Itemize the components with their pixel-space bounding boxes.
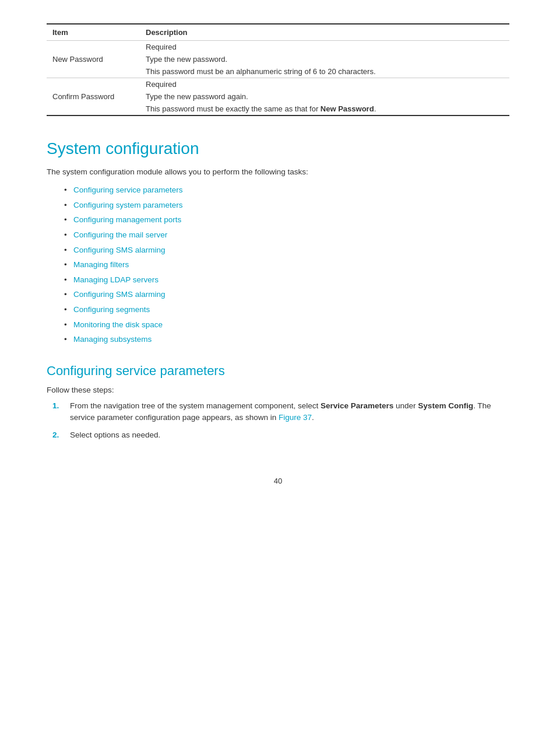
link-configuring-sms-alarming-1[interactable]: Configuring SMS alarming <box>73 246 166 254</box>
link-configuring-sms-alarming-2[interactable]: Configuring SMS alarming <box>73 290 166 299</box>
steps-list: 1. From the navigation tree of the syste… <box>52 400 509 442</box>
link-configuring-management-ports[interactable]: Configuring management ports <box>73 215 181 224</box>
list-item: Configuring management ports <box>64 214 509 226</box>
confirm-password-desc-3: This password must be exactly the same a… <box>140 103 509 116</box>
link-managing-ldap-servers[interactable]: Managing LDAP servers <box>73 275 159 284</box>
step-1: 1. From the navigation tree of the syste… <box>52 400 509 424</box>
new-password-desc-1: Required <box>140 41 509 54</box>
system-config-bold: System Config <box>418 401 473 410</box>
figure-37-link[interactable]: Figure 37 <box>279 413 312 422</box>
link-configuring-system-params[interactable]: Configuring system parameters <box>73 201 183 209</box>
link-monitoring-disk-space[interactable]: Monitoring the disk space <box>73 320 163 329</box>
link-configuring-segments[interactable]: Configuring segments <box>73 305 150 314</box>
service-parameters-bold: Service Parameters <box>321 401 393 410</box>
system-config-list: Configuring service parameters Configuri… <box>64 184 509 346</box>
step-2-text: Select options as needed. <box>70 430 160 439</box>
list-item: Configuring SMS alarming <box>64 288 509 301</box>
follow-steps-text: Follow these steps: <box>47 386 509 394</box>
system-config-heading: System configuration <box>47 139 509 158</box>
list-item: Configuring the mail server <box>64 229 509 242</box>
password-table: Item Description New Password Required T… <box>47 23 509 116</box>
new-password-desc-3: This password must be an alphanumeric st… <box>140 65 509 78</box>
step-number-2: 2. <box>52 429 59 441</box>
list-item: Managing subsystems <box>64 333 509 346</box>
link-configuring-mail-server[interactable]: Configuring the mail server <box>73 230 167 239</box>
list-item: Configuring SMS alarming <box>64 244 509 257</box>
confirm-password-label: Confirm Password <box>47 78 140 116</box>
table-header-description: Description <box>140 24 509 41</box>
new-password-label: New Password <box>47 41 140 78</box>
step-2: 2. Select options as needed. <box>52 429 509 441</box>
system-config-intro: The system configuration module allows y… <box>47 166 509 178</box>
page-number: 40 <box>47 477 509 485</box>
list-item: Configuring segments <box>64 303 509 316</box>
list-item: Configuring service parameters <box>64 184 509 197</box>
list-item: Managing filters <box>64 258 509 271</box>
table-row: Confirm Password Required <box>47 78 509 91</box>
table-row: New Password Required <box>47 41 509 54</box>
list-item: Monitoring the disk space <box>64 318 509 331</box>
configuring-service-heading: Configuring service parameters <box>47 363 509 379</box>
confirm-password-desc-2: Type the new password again. <box>140 90 509 103</box>
link-managing-subsystems[interactable]: Managing subsystems <box>73 335 152 344</box>
list-item: Configuring system parameters <box>64 199 509 212</box>
link-configuring-service-params[interactable]: Configuring service parameters <box>73 186 183 194</box>
link-managing-filters[interactable]: Managing filters <box>73 260 129 269</box>
new-password-desc-2: Type the new password. <box>140 53 509 65</box>
table-header-item: Item <box>47 24 140 41</box>
step-number-1: 1. <box>52 400 59 412</box>
confirm-password-bold: New Password <box>321 104 374 113</box>
list-item: Managing LDAP servers <box>64 274 509 286</box>
confirm-password-desc-1: Required <box>140 78 509 91</box>
